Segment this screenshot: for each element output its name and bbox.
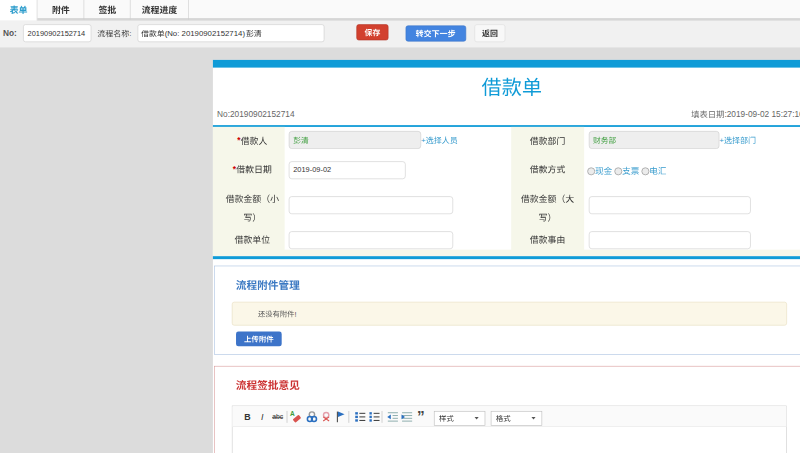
svg-text:A: A <box>290 410 295 417</box>
svg-text:*: * <box>237 135 241 145</box>
svg-text:I: I <box>261 412 264 422</box>
svg-text:abc: abc <box>272 413 284 420</box>
svg-text:20190902152714: 20190902152714 <box>28 29 86 38</box>
svg-text::: : <box>129 29 131 38</box>
svg-text:(No: 20190902152714): (No: 20190902152714) <box>165 29 246 38</box>
svg-text::2019-09-02 15:27:16: :2019-09-02 15:27:16 <box>724 109 800 119</box>
svg-text:No:20190902152714: No:20190902152714 <box>217 109 295 119</box>
svg-text:+: + <box>719 136 724 145</box>
svg-text:+: + <box>421 136 426 145</box>
svg-text:No:: No: <box>3 28 17 38</box>
svg-text:*: * <box>233 164 237 174</box>
svg-text:!: ! <box>294 310 296 319</box>
svg-text:B: B <box>244 412 250 422</box>
svg-text:2019-09-02: 2019-09-02 <box>293 165 331 174</box>
svg-text:”: ” <box>417 407 425 424</box>
